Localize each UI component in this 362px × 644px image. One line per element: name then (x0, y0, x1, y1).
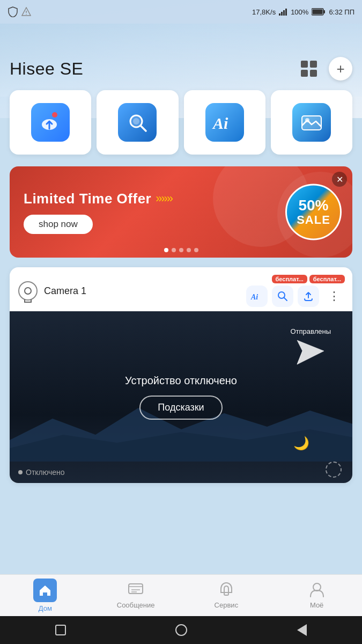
search-icon (118, 103, 157, 142)
bottom-nav: Дом Сообщение Сервис (0, 574, 362, 616)
svg-point-13 (133, 118, 139, 125)
sent-area: Отправлены (290, 327, 331, 367)
message-nav-icon (127, 582, 144, 599)
banner-close-button[interactable]: ✕ (332, 172, 347, 187)
signal-icon (279, 8, 287, 16)
cloud-upload-icon (31, 103, 70, 142)
camera-search-button[interactable] (272, 286, 293, 307)
svg-text:Ai: Ai (212, 114, 228, 132)
grid-view-button[interactable] (297, 58, 321, 79)
svg-line-12 (141, 126, 146, 131)
sent-label: Отправлены (290, 327, 331, 335)
nav-item-message[interactable]: Сообщение (91, 582, 181, 609)
dot-5 (194, 248, 198, 252)
home-button[interactable] (171, 619, 192, 641)
promo-banner[interactable]: Limited Time Offer »»» shop now 50% SALE… (10, 166, 352, 258)
header: Hisee SE + (10, 47, 352, 90)
gallery-icon (292, 103, 331, 142)
camera-ai-button[interactable]: Ai (246, 286, 268, 307)
nav-item-mine[interactable]: Моё (271, 582, 362, 609)
main-content: Hisee SE + (0, 47, 362, 483)
svg-point-16 (305, 118, 309, 122)
dot-4 (187, 248, 191, 252)
svg-text:Ai: Ai (250, 293, 258, 301)
shop-now-button[interactable]: shop now (24, 215, 93, 234)
banner-title: Limited Time Offer (24, 191, 151, 207)
back-button[interactable] (291, 619, 313, 641)
ai-icon: Ai (205, 103, 244, 142)
cloud-upload-app[interactable] (10, 90, 91, 155)
ai-app[interactable]: Ai (184, 90, 265, 155)
sale-percent: 50% (298, 197, 328, 213)
gallery-app[interactable] (271, 90, 352, 155)
dashed-circle-decoration (326, 462, 342, 478)
badge-row: бесплат... бесплат... (272, 275, 345, 283)
nav-home-label: Дом (39, 604, 52, 612)
paper-plane-icon (294, 338, 327, 367)
camera-actions: Ai (246, 286, 345, 307)
app-icons-row: Ai (10, 90, 352, 155)
dot-1 (164, 248, 168, 252)
warning-icon (21, 7, 31, 17)
offline-status: Отключено (18, 468, 65, 477)
svg-rect-8 (323, 10, 325, 13)
hints-button[interactable]: Подсказки (139, 396, 222, 420)
svg-point-10 (52, 112, 57, 118)
device-offline-text: Устройство отключено (125, 375, 237, 387)
banner-text-area: Limited Time Offer »»» shop now (24, 166, 172, 258)
banner-arrows: »»» (156, 192, 172, 206)
offline-label: Отключено (26, 468, 65, 477)
camera-header: Camera 1 бесплат... бесплат... Ai (10, 267, 352, 311)
network-speed: 17,8K/s (252, 8, 276, 16)
nav-mine-label: Моё (310, 601, 323, 609)
dot-3 (179, 248, 183, 252)
svg-rect-3 (281, 12, 283, 16)
badge-free-1: бесплат... (272, 275, 307, 283)
mine-nav-icon (308, 582, 326, 599)
nav-item-service[interactable]: Сервис (181, 582, 272, 609)
status-bar: 17,8K/s 100% 6:32 ПП (0, 0, 362, 24)
camera-more-button[interactable]: ⋮ (323, 286, 345, 307)
svg-rect-4 (283, 10, 285, 16)
status-right: 17,8K/s 100% 6:32 ПП (252, 8, 354, 16)
svg-point-1 (26, 14, 27, 15)
circle-icon (175, 624, 187, 636)
nav-message-label: Сообщение (117, 601, 155, 609)
battery-level: 100% (291, 8, 308, 16)
time: 6:32 ПП (329, 8, 354, 16)
svg-rect-5 (285, 9, 287, 16)
camera-video-area: Отправлены Устройство отключено Подсказк… (10, 311, 352, 483)
svg-rect-2 (279, 13, 280, 16)
add-button[interactable]: + (329, 57, 352, 80)
sale-badge: 50% SALE (285, 184, 342, 240)
badge-free-2: бесплат... (309, 275, 345, 283)
battery-icon (312, 8, 326, 16)
service-nav-icon (218, 582, 235, 599)
nav-item-home[interactable]: Дом (0, 579, 91, 612)
svg-rect-7 (313, 10, 323, 14)
nav-service-label: Сервис (215, 601, 239, 609)
camera-card: Camera 1 бесплат... бесплат... Ai (10, 267, 352, 483)
system-navbar (0, 616, 362, 644)
triangle-icon (297, 624, 307, 636)
svg-rect-26 (224, 592, 228, 595)
svg-line-19 (284, 298, 287, 301)
camera-lens (24, 287, 32, 295)
svg-marker-20 (297, 340, 324, 364)
camera-upload-button[interactable] (298, 286, 319, 307)
app-title: Hisee SE (10, 59, 83, 79)
sale-text: SALE (297, 213, 330, 226)
recent-apps-button[interactable] (50, 619, 71, 641)
grid-icon (301, 61, 317, 77)
square-icon (55, 625, 66, 635)
moon-icon: 🌙 (293, 436, 309, 451)
banner-dots (164, 248, 198, 252)
shield-icon (8, 6, 18, 17)
camera-device-icon (18, 281, 38, 301)
offline-dot (18, 470, 23, 474)
dot-2 (172, 248, 176, 252)
svg-point-27 (313, 583, 321, 591)
camera-stand (24, 299, 32, 303)
status-left-icons (8, 6, 31, 17)
search-app[interactable] (97, 90, 178, 155)
